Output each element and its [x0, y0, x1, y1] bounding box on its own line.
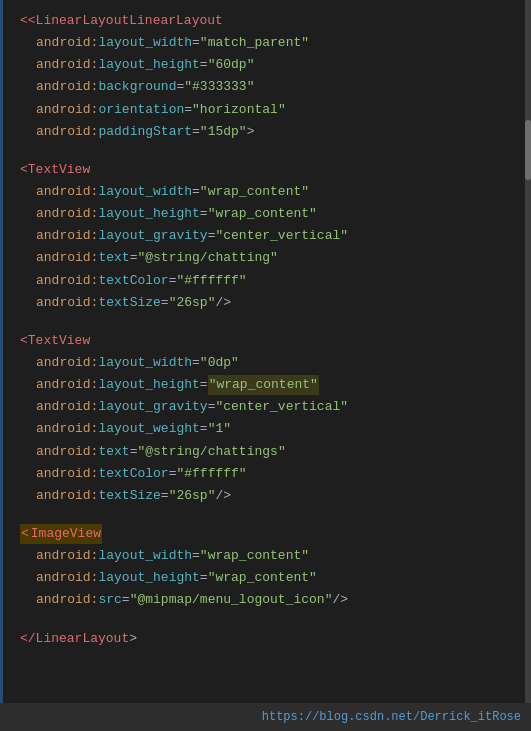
code-container: <<LinearLayoutLinearLayout android:layou…: [0, 0, 531, 731]
line-tv2-lh: android:layout_height="wrap_content": [0, 374, 531, 396]
line-tv1-size: android:textSize="26sp" />: [0, 292, 531, 314]
scrollbar[interactable]: [525, 0, 531, 703]
line-tv2-gravity: android:layout_gravity="center_vertical": [0, 396, 531, 418]
scrollbar-thumb[interactable]: [525, 120, 531, 180]
line-iv-lh: android:layout_height="wrap_content": [0, 567, 531, 589]
line-tv1-gravity: android:layout_gravity="center_vertical": [0, 225, 531, 247]
line-tv1-lw: android:layout_width="wrap_content": [0, 181, 531, 203]
attr-val-match: "match_parent": [200, 33, 309, 53]
tag-name-linearlayout: <LinearLayout: [28, 11, 129, 31]
line-lw-match: android:layout_width="match_parent": [0, 32, 531, 54]
empty-line-1: [0, 143, 531, 159]
attr-val-wrap-content-highlight: "wrap_content": [208, 375, 319, 395]
line-tv1-text: android:text="@string/chatting": [0, 247, 531, 269]
line-linearlayout-close: </LinearLayout>: [0, 628, 531, 650]
line-iv-src: android:src="@mipmap/menu_logout_icon" /…: [0, 589, 531, 611]
line-bg: android:background="#333333": [0, 76, 531, 98]
line-tv1-color: android:textColor="#ffffff": [0, 270, 531, 292]
line-lh-60: android:layout_height="60dp": [0, 54, 531, 76]
line-orient: android:orientation="horizontal": [0, 99, 531, 121]
attr-prop-lw: layout_width: [98, 33, 192, 53]
line-tv2-text: android:text="@string/chattings": [0, 441, 531, 463]
line-textview1-open: <TextView: [0, 159, 531, 181]
bottom-url: https://blog.csdn.net/Derrick_itRose: [262, 710, 521, 724]
blue-line: [0, 0, 3, 703]
tag-bracket: <: [20, 11, 28, 31]
line-tv2-weight: android:layout_weight="1": [0, 418, 531, 440]
line-iv-lw: android:layout_width="wrap_content": [0, 545, 531, 567]
line-padding: android:paddingStart="15dp">: [0, 121, 531, 143]
line-tv2-lw: android:layout_width="0dp": [0, 352, 531, 374]
line-imageview-open: <ImageView: [0, 523, 531, 545]
bottom-bar: https://blog.csdn.net/Derrick_itRose: [0, 703, 531, 731]
empty-line-2: [0, 314, 531, 330]
line-textview2-open: <TextView: [0, 330, 531, 352]
line-tv1-lh: android:layout_height="wrap_content": [0, 203, 531, 225]
line-tv2-size: android:textSize="26sp" />: [0, 485, 531, 507]
line-tv2-color: android:textColor="#ffffff": [0, 463, 531, 485]
empty-line-3: [0, 507, 531, 523]
empty-line-4: [0, 612, 531, 628]
attr-android: android: [36, 33, 91, 53]
line-linearlayout-open: <<LinearLayoutLinearLayout: [0, 10, 531, 32]
